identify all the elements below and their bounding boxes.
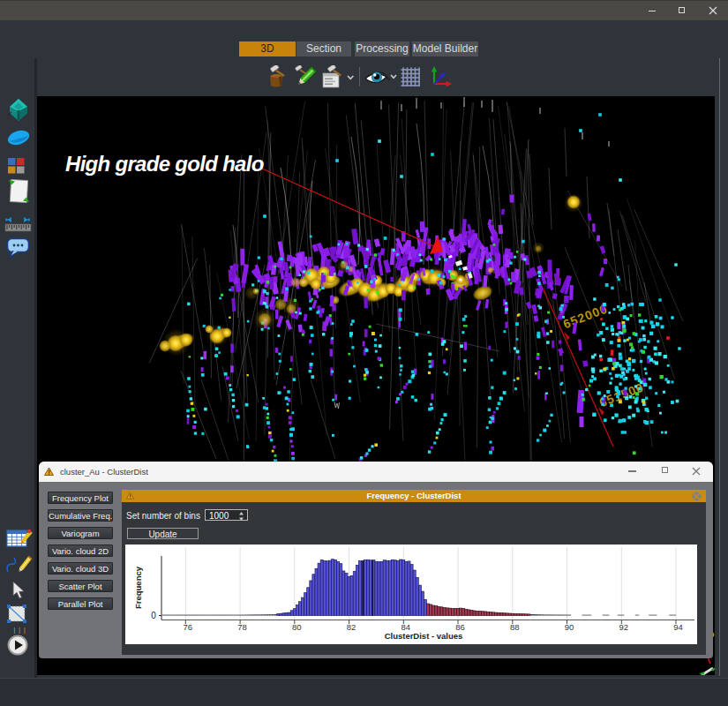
svg-text:0: 0 (151, 611, 156, 620)
svg-text:78: 78 (237, 622, 247, 632)
svg-text:84: 84 (402, 622, 411, 632)
svg-text:76: 76 (184, 622, 193, 632)
svg-text:92: 92 (619, 622, 629, 632)
svg-text:Frequency: Frequency (133, 566, 143, 609)
svg-text:94: 94 (673, 622, 683, 632)
svg-text:80: 80 (292, 622, 302, 632)
svg-text:90: 90 (565, 622, 574, 632)
svg-text:86: 86 (455, 622, 465, 632)
svg-text:88: 88 (510, 622, 520, 632)
svg-text:82: 82 (347, 622, 356, 632)
svg-text:ClusterDist - values: ClusterDist - values (385, 631, 463, 641)
